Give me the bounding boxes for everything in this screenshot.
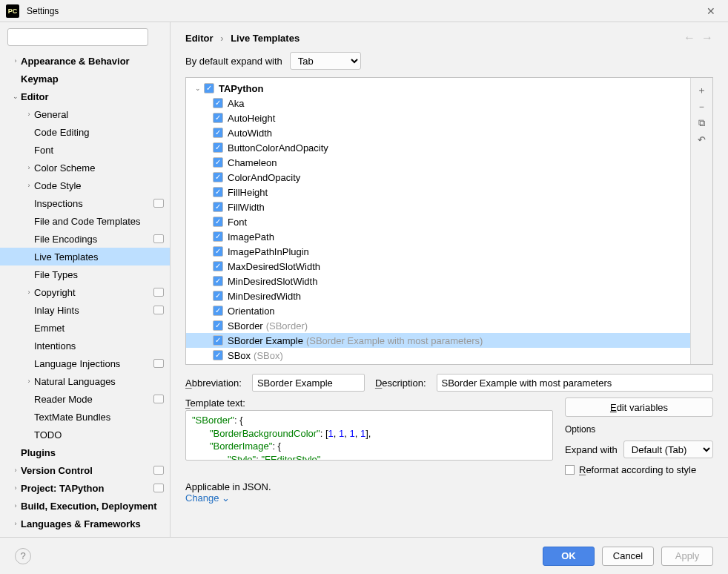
revert-template-button[interactable]: ↶: [695, 131, 709, 148]
template-item[interactable]: ✓MinDesiredWidth: [186, 288, 690, 303]
sidebar-item[interactable]: Code Editing: [0, 123, 170, 141]
item-checkbox[interactable]: ✓: [213, 291, 223, 301]
item-checkbox[interactable]: ✓: [213, 335, 223, 346]
abbr-input[interactable]: [252, 374, 365, 392]
item-checkbox[interactable]: ✓: [213, 217, 223, 227]
sidebar-item[interactable]: Live Templates: [0, 248, 170, 265]
help-button[interactable]: ?: [15, 548, 31, 564]
sidebar-item[interactable]: ›Natural Languages: [0, 372, 170, 390]
template-item[interactable]: ✓FillHeight: [186, 185, 690, 199]
template-group[interactable]: ⌄✓TAPython: [186, 81, 690, 96]
templates-tree[interactable]: ⌄✓TAPython✓Aka✓AutoHeight✓AutoWidth✓Butt…: [186, 78, 690, 364]
forward-button[interactable]: →: [701, 31, 713, 44]
template-item[interactable]: ✓ColorAndOpacity: [186, 170, 690, 185]
sidebar-item[interactable]: Plugins: [0, 443, 170, 461]
project-badge-icon: [153, 288, 164, 297]
template-item[interactable]: ✓Aka: [186, 96, 690, 110]
copy-template-button[interactable]: ⧉: [695, 115, 709, 131]
template-item[interactable]: ✓AutoWidth: [186, 125, 690, 140]
group-checkbox[interactable]: ✓: [204, 83, 214, 93]
sidebar-item[interactable]: File Types: [0, 265, 170, 283]
sidebar-item[interactable]: ›Code Style: [0, 177, 170, 194]
group-label: TAPython: [219, 83, 263, 94]
template-item[interactable]: ✓FillWidth: [186, 199, 690, 214]
add-template-button[interactable]: ＋: [695, 82, 709, 99]
item-checkbox[interactable]: ✓: [213, 231, 223, 242]
edit-variables-button[interactable]: Edit variables: [565, 397, 713, 417]
sidebar-item-label: TextMate Bundles: [34, 412, 110, 423]
search-input[interactable]: [7, 28, 148, 46]
reformat-checkbox[interactable]: [565, 465, 575, 475]
template-item[interactable]: ✓Font: [186, 214, 690, 229]
template-item[interactable]: ✓AutoHeight: [186, 110, 690, 125]
sidebar-item[interactable]: ⌄Editor: [0, 88, 170, 105]
item-checkbox[interactable]: ✓: [213, 98, 223, 108]
item-checkbox[interactable]: ✓: [213, 142, 223, 153]
sidebar-item[interactable]: TODO: [0, 426, 170, 443]
item-checkbox[interactable]: ✓: [213, 113, 223, 123]
item-checkbox[interactable]: ✓: [213, 306, 223, 316]
item-checkbox[interactable]: ✓: [213, 261, 223, 271]
settings-tree[interactable]: ›Appearance & BehaviorKeymap⌄Editor›Gene…: [0, 52, 170, 537]
sidebar-item[interactable]: File and Code Templates: [0, 212, 170, 230]
sidebar-item[interactable]: ›Project: TAPython: [0, 479, 170, 497]
sidebar-item[interactable]: Emmet: [0, 319, 170, 337]
item-checkbox[interactable]: ✓: [213, 128, 223, 138]
template-item[interactable]: ✓ButtonColorAndOpacity: [186, 140, 690, 155]
sidebar-item[interactable]: File Encodings: [0, 230, 170, 248]
item-checkbox[interactable]: ✓: [213, 157, 223, 168]
item-label: SBorder: [228, 320, 263, 331]
apply-button[interactable]: Apply: [661, 547, 713, 566]
sidebar-item[interactable]: ›Copyright: [0, 283, 170, 301]
template-item[interactable]: ✓Orientation: [186, 303, 690, 318]
sidebar-item[interactable]: ›Build, Execution, Deployment: [0, 497, 170, 515]
chevron-icon: ›: [24, 288, 34, 296]
expand-with-select[interactable]: Default (Tab): [623, 441, 713, 458]
desc-input[interactable]: [437, 374, 713, 392]
sidebar-item[interactable]: ›Color Scheme: [0, 159, 170, 177]
template-item[interactable]: ✓SBox(SBox): [186, 348, 690, 363]
item-checkbox[interactable]: ✓: [213, 202, 223, 212]
template-text-editor[interactable]: "SBorder": { "BorderBackgroundColor": [1…: [185, 410, 553, 461]
sidebar-item[interactable]: Reader Mode: [0, 390, 170, 408]
sidebar-item[interactable]: Font: [0, 141, 170, 159]
sidebar-item-label: Plugins: [21, 447, 56, 458]
sidebar-item[interactable]: ›Languages & Frameworks: [0, 515, 170, 532]
sidebar-item[interactable]: ›Appearance & Behavior: [0, 52, 170, 70]
window-title: Settings: [27, 6, 700, 16]
sidebar-item[interactable]: Inspections: [0, 194, 170, 212]
sidebar-item-label: General: [34, 109, 68, 120]
template-item[interactable]: ✓ImagePathInPlugin: [186, 244, 690, 259]
sidebar-item[interactable]: Inlay Hints: [0, 301, 170, 319]
item-checkbox[interactable]: ✓: [213, 320, 223, 331]
change-context-link[interactable]: Change ⌄: [185, 492, 230, 504]
template-item[interactable]: ✓SBorder(SBorder): [186, 318, 690, 333]
item-checkbox[interactable]: ✓: [213, 350, 223, 360]
item-checkbox[interactable]: ✓: [213, 246, 223, 257]
sidebar-item[interactable]: Language Injections: [0, 354, 170, 372]
ok-button[interactable]: OK: [543, 547, 595, 566]
sidebar-item[interactable]: Intentions: [0, 337, 170, 354]
sidebar-item-label: Code Style: [34, 180, 82, 191]
item-checkbox[interactable]: ✓: [213, 172, 223, 182]
template-item[interactable]: ✓MinDesiredSlotWidth: [186, 274, 690, 288]
sidebar-item[interactable]: Keymap: [0, 70, 170, 88]
back-button[interactable]: ←: [684, 31, 695, 44]
sidebar-item-label: Editor: [21, 91, 49, 102]
template-item[interactable]: ✓MaxDesiredSlotWidth: [186, 259, 690, 274]
item-checkbox[interactable]: ✓: [213, 187, 223, 197]
template-item[interactable]: ✓SBorder Example(SBorder Example with mo…: [186, 333, 690, 348]
close-button[interactable]: ✕: [700, 5, 722, 17]
template-item[interactable]: ✓ImagePath: [186, 229, 690, 244]
breadcrumb-root: Editor: [185, 33, 214, 44]
cancel-button[interactable]: Cancel: [602, 547, 654, 566]
item-label: MaxDesiredSlotWidth: [228, 261, 320, 272]
item-checkbox[interactable]: ✓: [213, 276, 223, 286]
expand-select[interactable]: Tab: [290, 52, 361, 70]
template-item[interactable]: ✓Chameleon: [186, 155, 690, 170]
sidebar-item[interactable]: TextMate Bundles: [0, 408, 170, 426]
remove-template-button[interactable]: －: [695, 99, 709, 115]
item-label: ImagePath: [228, 231, 274, 243]
sidebar-item[interactable]: ›General: [0, 105, 170, 123]
sidebar-item[interactable]: ›Version Control: [0, 461, 170, 479]
